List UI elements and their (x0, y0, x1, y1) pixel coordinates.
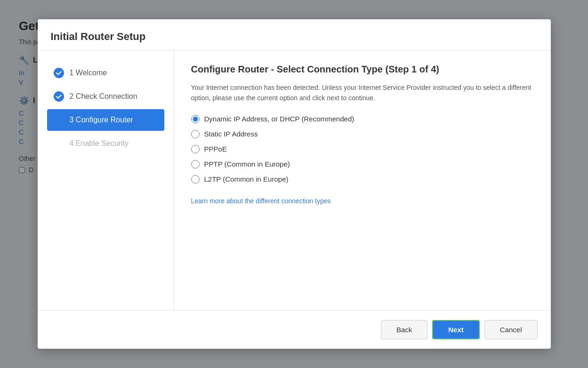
radio-pppoe-input[interactable] (191, 145, 200, 153)
modal: Initial Router Setup 1 Welcome (38, 19, 551, 349)
modal-footer: Back Next Cancel (38, 310, 551, 349)
radio-l2tp[interactable]: L2TP (Common in Europe) (191, 175, 534, 184)
modal-header: Initial Router Setup (38, 19, 551, 51)
content-desc: Your Internet connection has been detect… (191, 82, 534, 104)
wizard-content: Configure Router - Select Connection Typ… (174, 51, 551, 310)
radio-pppoe[interactable]: PPPoE (191, 145, 534, 153)
modal-body: 1 Welcome 2 Check Connection 3 Configure… (38, 51, 551, 310)
radio-l2tp-label: L2TP (Common in Europe) (204, 175, 289, 183)
cancel-button[interactable]: Cancel (484, 320, 538, 339)
radio-static[interactable]: Static IP Address (191, 130, 534, 138)
wizard-step-2[interactable]: 2 Check Connection (47, 86, 164, 107)
connection-type-radio-group: Dynamic IP Address, or DHCP (Recommended… (191, 115, 534, 184)
wizard-step-3-label: 3 Configure Router (70, 116, 133, 124)
wizard-sidebar: 1 Welcome 2 Check Connection 3 Configure… (38, 51, 174, 310)
wizard-step-1-label: 1 Welcome (70, 69, 107, 77)
radio-l2tp-input[interactable] (191, 175, 200, 184)
learn-more-link[interactable]: Learn more about the different connectio… (191, 197, 331, 205)
radio-pppoe-label: PPPoE (204, 145, 227, 153)
radio-pptp-input[interactable] (191, 160, 200, 168)
content-title: Configure Router - Select Connection Typ… (191, 64, 534, 75)
radio-pptp[interactable]: PPTP (Common in Europe) (191, 160, 534, 168)
modal-overlay: Initial Router Setup 1 Welcome (0, 0, 588, 368)
step-4-number (54, 138, 64, 149)
radio-dhcp[interactable]: Dynamic IP Address, or DHCP (Recommended… (191, 115, 534, 123)
radio-static-label: Static IP Address (204, 130, 258, 138)
modal-title: Initial Router Setup (51, 31, 146, 42)
radio-dhcp-label: Dynamic IP Address, or DHCP (Recommended… (204, 115, 354, 123)
back-button[interactable]: Back (381, 320, 427, 339)
wizard-step-1[interactable]: 1 Welcome (47, 62, 164, 84)
radio-dhcp-input[interactable] (191, 115, 200, 123)
step-1-check-icon (54, 68, 64, 78)
wizard-step-2-label: 2 Check Connection (70, 92, 137, 101)
wizard-step-4-label: 4 Enable Security (70, 139, 129, 148)
wizard-step-3[interactable]: 3 Configure Router (47, 109, 164, 131)
next-button[interactable]: Next (432, 320, 480, 339)
step-2-check-icon (54, 91, 64, 102)
step-3-number (54, 115, 64, 125)
radio-static-input[interactable] (191, 130, 200, 138)
radio-pptp-label: PPTP (Common in Europe) (204, 160, 290, 168)
wizard-step-4: 4 Enable Security (47, 133, 164, 154)
